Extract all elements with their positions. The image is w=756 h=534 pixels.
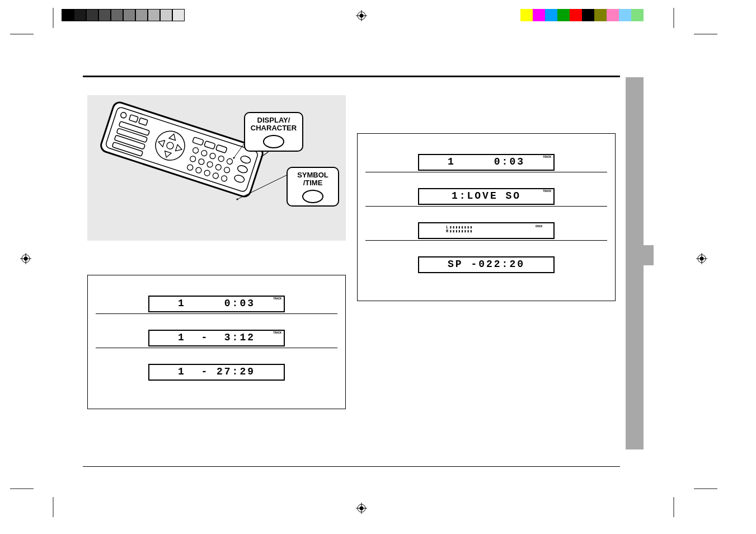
- button-oval-icon: [302, 190, 323, 203]
- registration-mark-icon: [696, 253, 707, 264]
- cd-display-panel: 1 0:03TRACK1 - 3:12TRACK1 - 27:29: [87, 275, 346, 409]
- callout-display-character: DISPLAY/ CHARACTER: [244, 112, 303, 152]
- lcd-display: 1 - 3:12TRACK: [148, 330, 285, 346]
- callout-label: SYMBOL /TIME: [297, 171, 328, 187]
- separator-line: [96, 348, 337, 348]
- crop-mark: [673, 8, 674, 28]
- side-index-tab-notch: [630, 245, 654, 265]
- crop-mark: [53, 497, 54, 517]
- crop-mark: [10, 488, 34, 489]
- lcd-display: SP -022:20: [418, 256, 555, 273]
- grayscale-calibration-bar: [62, 9, 185, 21]
- crop-mark: [694, 488, 717, 489]
- callout-label: DISPLAY/ CHARACTER: [251, 116, 297, 132]
- manual-page: DISPLAY/ CHARACTER SYMBOL /TIME 1 0:03TR…: [83, 76, 620, 467]
- lcd-display: 1 - 27:29: [148, 364, 285, 381]
- separator-line: [365, 240, 607, 241]
- lcd-display: 1 0:03TRACK: [418, 154, 555, 171]
- registration-mark-icon: [356, 503, 367, 514]
- crop-mark: [673, 497, 674, 517]
- separator-line: [365, 172, 607, 172]
- crop-mark: [10, 34, 34, 35]
- crop-mark: [694, 34, 717, 35]
- remote-control-illustration: DISPLAY/ CHARACTER SYMBOL /TIME: [87, 95, 346, 241]
- lcd-display: 1 0:03TRACK: [148, 296, 285, 312]
- callout-symbol-time: SYMBOL /TIME: [287, 167, 339, 207]
- registration-mark-icon: [20, 253, 31, 264]
- lcd-display: 1:LOVE SOTRACK: [418, 188, 555, 205]
- separator-line: [96, 313, 337, 314]
- md-display-panel: 1 0:03TRACK1:LOVE SOTRACKLR▮▮▮▮▮▮▮▮▮▮▮▮▮…: [357, 133, 616, 301]
- button-oval-icon: [263, 135, 284, 148]
- registration-mark-icon: [356, 10, 367, 21]
- color-calibration-bar: [520, 9, 644, 21]
- crop-mark: [53, 8, 54, 28]
- lcd-display: LR▮▮▮▮▮▮▮▮▮▮▮▮▮▮▮▮OVER: [418, 222, 555, 239]
- separator-line: [365, 206, 607, 207]
